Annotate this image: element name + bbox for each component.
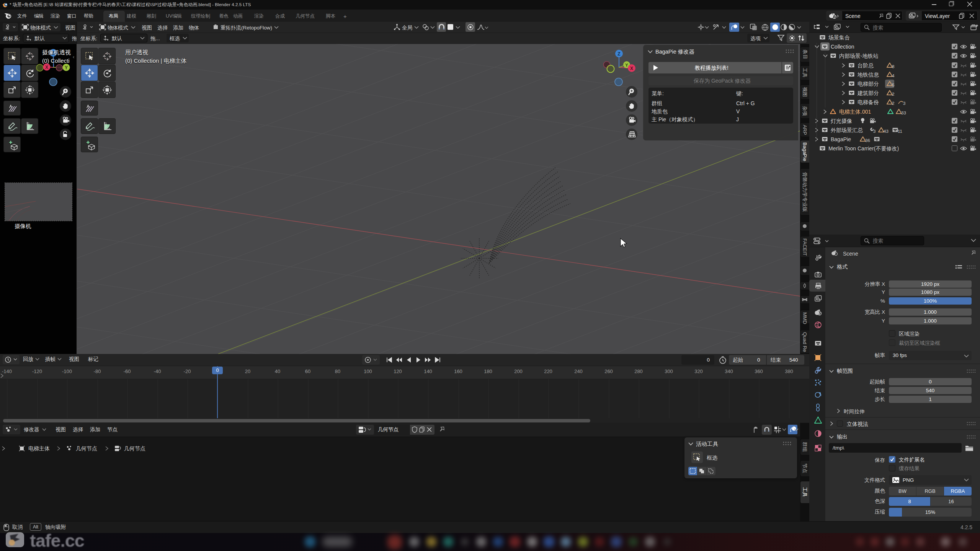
svg-text:Y: Y — [625, 63, 628, 67]
svg-text:X: X — [45, 65, 48, 70]
svg-text:Y: Y — [65, 65, 68, 70]
svg-text:Z: Z — [617, 51, 620, 57]
svg-text:X: X — [630, 66, 633, 71]
